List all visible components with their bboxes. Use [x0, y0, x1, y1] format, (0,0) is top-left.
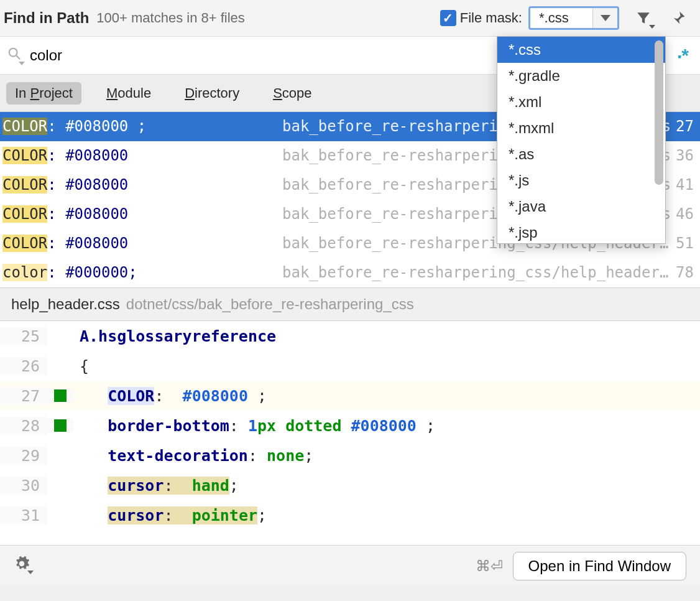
open-in-find-window-button[interactable]: Open in Find Window: [513, 552, 686, 580]
dialog-title: Find in Path: [4, 9, 89, 27]
dropdown-option[interactable]: *.gradle: [497, 63, 665, 89]
match-count: 100+ matches in 8+ files: [96, 10, 244, 26]
line-number: 28: [0, 417, 47, 435]
scope-scope[interactable]: Scope: [264, 82, 320, 105]
dropdown-option[interactable]: *.mxml: [497, 115, 665, 141]
preview-file-name: help_header.css: [11, 296, 120, 313]
match-highlight: COLOR: [2, 205, 47, 223]
match-context: : #008000: [47, 235, 128, 252]
scope-directory[interactable]: Directory: [176, 82, 248, 105]
match-context: : #008000: [47, 205, 128, 223]
dialog-header: Find in Path 100+ matches in 8+ files ✓ …: [0, 0, 700, 36]
result-line-number: 78: [676, 264, 694, 281]
dropdown-option[interactable]: *.java: [497, 193, 665, 220]
svg-marker-1: [649, 25, 655, 29]
svg-line-3: [16, 55, 20, 59]
result-line-number: 46: [676, 205, 694, 223]
line-number: 31: [0, 506, 47, 524]
result-row[interactable]: color: #000000;bak_before_re-resharperin…: [0, 258, 700, 287]
match-highlight: COLOR: [2, 176, 47, 193]
svg-marker-5: [27, 571, 34, 574]
dropdown-option[interactable]: *.css: [497, 37, 665, 63]
dialog-footer: ⌘⏎ Open in Find Window: [0, 545, 700, 586]
match-context: : #008000: [47, 176, 128, 193]
color-swatch-icon: [47, 389, 73, 402]
result-line-number: 27: [676, 118, 694, 135]
file-mask-checkbox[interactable]: ✓: [440, 10, 456, 26]
color-swatch-icon: [47, 419, 73, 432]
line-number: 25: [0, 327, 47, 345]
regex-toggle-icon[interactable]: ▪*: [678, 45, 689, 66]
scope-in-project[interactable]: In Project: [6, 82, 81, 105]
file-mask-combobox[interactable]: *.css: [528, 6, 619, 30]
svg-point-2: [9, 49, 17, 57]
match-highlight: color: [2, 264, 47, 281]
filter-icon[interactable]: [633, 7, 654, 29]
match-context: : #008000 ;: [47, 118, 146, 135]
search-icon: [6, 47, 22, 64]
scope-module[interactable]: Module: [98, 82, 160, 105]
dropdown-option[interactable]: *.as: [497, 141, 665, 167]
chevron-down-icon: [27, 571, 34, 574]
line-number: 26: [0, 357, 47, 375]
pin-icon[interactable]: [668, 7, 689, 29]
match-context: : #000000;: [47, 264, 137, 281]
dropdown-option[interactable]: *.jsp: [497, 220, 665, 243]
line-number: 30: [0, 477, 47, 495]
svg-marker-4: [19, 62, 25, 65]
result-line-number: 51: [676, 235, 694, 252]
result-path: bak_before_re-resharpering_css/help_head…: [282, 264, 671, 281]
preview-header: help_header.css dotnet/css/bak_before_re…: [0, 287, 700, 321]
preview-file-dir: dotnet/css/bak_before_re-resharpering_cs…: [126, 296, 414, 313]
line-number: 27: [0, 387, 47, 405]
svg-marker-0: [601, 15, 610, 21]
result-line-number: 36: [676, 147, 694, 164]
dropdown-option[interactable]: *.xml: [497, 89, 665, 115]
match-context: : #008000: [47, 147, 128, 164]
match-highlight: COLOR: [2, 235, 47, 252]
dropdown-option[interactable]: *.js: [497, 167, 665, 193]
code-preview[interactable]: 25 A.hsglossaryreference 26 { 27 COLOR: …: [0, 321, 700, 545]
match-highlight: COLOR: [2, 118, 47, 135]
file-mask-label: File mask:: [460, 10, 522, 26]
file-mask-value: *.css: [530, 8, 592, 28]
match-highlight: COLOR: [2, 147, 47, 164]
chevron-down-icon[interactable]: [592, 8, 617, 28]
file-mask-dropdown[interactable]: *.css*.gradle*.xml*.mxml*.as*.js*.java*.…: [497, 36, 666, 244]
result-line-number: 41: [676, 176, 694, 193]
keyboard-shortcut: ⌘⏎: [476, 557, 503, 575]
scrollbar-thumb[interactable]: [655, 40, 663, 185]
line-number: 29: [0, 447, 47, 465]
